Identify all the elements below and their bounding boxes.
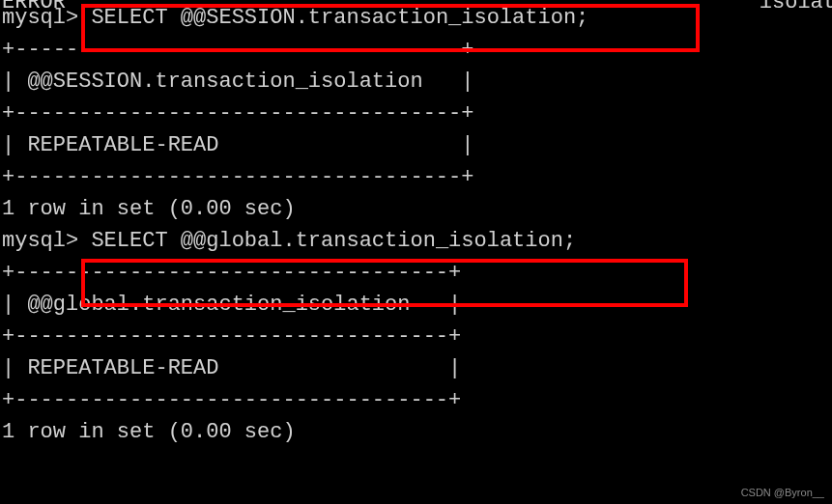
- query1-sql: SELECT @@SESSION.transaction_isolation;: [78, 6, 588, 30]
- table-row: | REPEATABLE-READ |: [0, 352, 832, 384]
- table-header: | @@SESSION.transaction_isolation |: [0, 66, 832, 98]
- mysql-prompt: mysql>: [2, 229, 78, 253]
- table-row: | REPEATABLE-READ |: [0, 129, 832, 161]
- table-border: +-----------------------------------+: [0, 161, 832, 193]
- table-border: +----------------------------------+: [0, 257, 832, 289]
- query1-line: mysql> SELECT @@SESSION.transaction_isol…: [0, 2, 832, 34]
- watermark: CSDN @Byron__: [741, 485, 824, 501]
- table-border: +----------------------------------+: [0, 384, 832, 416]
- table-border: +-----------------------------------+: [0, 98, 832, 129]
- table-header: | @@global.transaction_isolation |: [0, 289, 832, 321]
- query2-line: mysql> SELECT @@global.transaction_isola…: [0, 225, 832, 257]
- top-right-fragment: isolat: [760, 0, 832, 18]
- query2-sql: SELECT @@global.transaction_isolation;: [78, 229, 576, 253]
- error-fragment: ERROR: [2, 0, 66, 18]
- table-border: +-----------------------------------+: [0, 34, 832, 66]
- table-border: +----------------------------------+: [0, 321, 832, 352]
- result-summary: 1 row in set (0.00 sec): [0, 416, 832, 448]
- result-summary: 1 row in set (0.00 sec): [0, 193, 832, 225]
